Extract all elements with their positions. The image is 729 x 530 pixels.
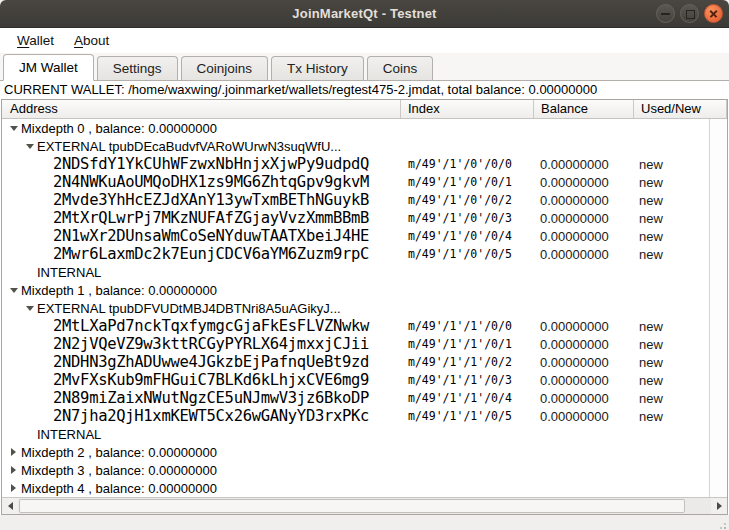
tree-row[interactable]: Mixdepth 0 , balance: 0.00000000 (2, 119, 709, 137)
tab-tx-history[interactable]: Tx History (271, 56, 364, 80)
tab-label: Settings (113, 61, 162, 76)
title-bar[interactable]: JoinMarketQt - Testnet (0, 0, 729, 28)
column-header-address[interactable]: Address (2, 100, 401, 118)
scroll-right-button[interactable] (711, 498, 727, 514)
tree-row[interactable]: 2NDSfdY1YkCUhWFzwxNbHnjxXjwPy9udpdQ m/49… (2, 155, 709, 173)
expander-icon[interactable] (11, 484, 16, 492)
tree-row[interactable]: 2N7jha2QjH1xmKEWT5Cx26wGANyYD3rxPKc m/49… (2, 407, 709, 425)
tree-row[interactable]: 2N2jVQeVZ9w3kttRCGyPYRLX64jmxxjCJii m/49… (2, 335, 709, 353)
close-icon[interactable] (704, 4, 723, 23)
tree-body: Mixdepth 0 , balance: 0.00000000 EXTERNA… (2, 119, 709, 497)
tree-row[interactable]: 2MtLXaPd7nckTqxfymgcGjaFkEsFLVZNwkw m/49… (2, 317, 709, 335)
vertical-scrollbar[interactable] (709, 119, 727, 497)
tree-row[interactable]: Mixdepth 2 , balance: 0.00000000 (2, 443, 709, 461)
scroll-left-icon (8, 502, 13, 510)
tab-coinjoins[interactable]: Coinjoins (181, 56, 269, 80)
tab-label: Tx History (287, 61, 348, 76)
menu-about-label: bout (83, 33, 109, 48)
tree-row[interactable]: EXTERNAL tpubDEcaBudvfVARoWUrwN3suqWfU..… (2, 137, 709, 155)
window-controls (656, 4, 723, 23)
tree-row[interactable]: 2N89miZaixNWutNgzCE5uNJmwV3jz6BkoDP m/49… (2, 389, 709, 407)
expander-icon[interactable] (26, 306, 34, 311)
column-header-index[interactable]: Index (401, 100, 534, 118)
maximize-icon[interactable] (680, 4, 699, 23)
scroll-left-button[interactable] (2, 498, 18, 514)
tree-row[interactable]: INTERNAL (2, 263, 709, 281)
column-header-balance[interactable]: Balance (534, 100, 634, 118)
tree-row[interactable]: INTERNAL (2, 425, 709, 443)
expander-icon[interactable] (11, 466, 16, 474)
expander-icon[interactable] (26, 144, 34, 149)
tab-label: Coinjoins (197, 61, 253, 76)
column-header-used-new[interactable]: Used/New (634, 100, 727, 118)
tree-header: Address Index Balance Used/New (2, 100, 727, 119)
scroll-right-icon (717, 502, 722, 510)
tree-row[interactable]: Mixdepth 1 , balance: 0.00000000 (2, 281, 709, 299)
horizontal-scroll-track[interactable] (18, 498, 711, 514)
menu-wallet-label: allet (29, 33, 54, 48)
tree-row[interactable]: Mixdepth 4 , balance: 0.00000000 (2, 479, 709, 497)
menu-about[interactable]: About (65, 31, 118, 51)
status-bar (0, 515, 729, 530)
horizontal-scroll-thumb[interactable] (19, 499, 685, 513)
horizontal-scrollbar[interactable] (2, 497, 727, 514)
tree-row[interactable]: 2Mvde3YhHcEZJdXAnY13ywTxmBEThNGuykB m/49… (2, 191, 709, 209)
menu-about-mnemonic: A (74, 33, 83, 48)
expander-icon[interactable] (10, 288, 18, 293)
window-title: JoinMarketQt - Testnet (0, 6, 729, 21)
wallet-tree: Address Index Balance Used/New Mixdepth … (1, 99, 728, 515)
menu-wallet-mnemonic: W (17, 33, 29, 48)
tab-content: CURRENT WALLET: /home/waxwing/.joinmarke… (0, 81, 729, 515)
tree-row[interactable]: EXTERNAL tpubDFVUDtMBJ4DBTNri8A5uAGikyJ.… (2, 299, 709, 317)
menu-bar: Wallet About (0, 28, 729, 53)
tree-row[interactable]: 2N4NWKuAoUMQoDHX1zs9MG6ZhtqGpv9gkvM m/49… (2, 173, 709, 191)
expander-slot (6, 484, 21, 492)
expander-slot (22, 144, 37, 149)
expander-slot (6, 466, 21, 474)
tab-label: JM Wallet (19, 60, 78, 75)
tree-row[interactable]: Mixdepth 3 , balance: 0.00000000 (2, 461, 709, 479)
tab-label: Coins (383, 61, 418, 76)
tree-row[interactable]: 2N1wXr2DUnsaWmCoSeNYduwTAATXbeiJ4HE m/49… (2, 227, 709, 245)
tree-row[interactable]: 2MvFXsKub9mFHGuiC7BLKd6kLhjxCVE6mg9 m/49… (2, 371, 709, 389)
expander-slot (6, 126, 21, 131)
expander-icon[interactable] (11, 448, 16, 456)
minimize-icon[interactable] (656, 4, 675, 23)
tab-bar: JM Wallet Settings Coinjoins Tx History … (0, 53, 729, 81)
tab-settings[interactable]: Settings (97, 56, 178, 80)
expander-slot (6, 448, 21, 456)
menu-wallet[interactable]: Wallet (8, 31, 63, 51)
tab-coins[interactable]: Coins (367, 56, 434, 80)
current-wallet-banner: CURRENT WALLET: /home/waxwing/.joinmarke… (0, 81, 729, 99)
tree-row[interactable]: 2Mwr6LaxmDc2k7EunjCDCV6aYM6Zuzm9rpC m/49… (2, 245, 709, 263)
tree-row[interactable]: 2MtXrQLwrPj7MKzNUFAfZGjayVvzXmmBBmB m/49… (2, 209, 709, 227)
tree-row[interactable]: 2NDHN3gZhADUwwe4JGkzbEjPafnqUeBt9zd m/49… (2, 353, 709, 371)
expander-icon[interactable] (10, 126, 18, 131)
tab-jm-wallet[interactable]: JM Wallet (3, 54, 94, 81)
resize-grip-icon[interactable] (714, 521, 726, 530)
app-window: JoinMarketQt - Testnet Wallet About JM W… (0, 0, 729, 530)
expander-slot (6, 288, 21, 293)
expander-slot (22, 306, 37, 311)
